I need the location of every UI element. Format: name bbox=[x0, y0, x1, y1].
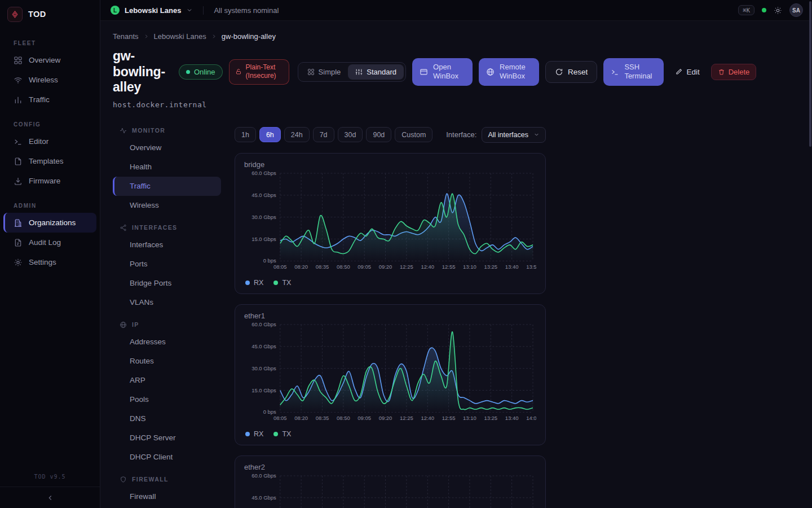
subnav-item-firewall[interactable]: Firewall bbox=[113, 487, 221, 506]
interface-label: Interface: bbox=[446, 130, 476, 139]
chevron-right-icon bbox=[143, 33, 149, 40]
svg-text:12:40: 12:40 bbox=[421, 415, 434, 421]
svg-text:08:50: 08:50 bbox=[337, 415, 350, 421]
subnav-item-dhcp-server[interactable]: DHCP Server bbox=[113, 428, 221, 448]
tenant-switcher[interactable]: Lebowski Lanes bbox=[125, 6, 181, 15]
svg-text:13:10: 13:10 bbox=[463, 415, 476, 421]
reset-button[interactable]: Reset bbox=[545, 61, 597, 83]
subnav-item-dns[interactable]: DNS bbox=[113, 409, 221, 428]
sidebar-item-firmware[interactable]: Firmware bbox=[0, 171, 100, 191]
system-status: All systems nominal bbox=[214, 6, 279, 15]
globe-icon bbox=[486, 68, 495, 76]
trash-icon bbox=[718, 68, 725, 76]
breadcrumb-tenant[interactable]: Lebowski Lanes bbox=[154, 32, 206, 41]
svg-text:0 bps: 0 bps bbox=[263, 409, 276, 415]
subnav-item-overview[interactable]: Overview bbox=[113, 138, 221, 157]
rx-legend-label: RX bbox=[254, 279, 263, 287]
tx-legend-dot-icon bbox=[273, 432, 278, 436]
page-scrollbar[interactable] bbox=[809, 1, 811, 147]
sidebar-section-fleet: FLEET bbox=[14, 40, 100, 46]
subnav-item-label: Firewall bbox=[130, 492, 156, 501]
sidebar-item-editor[interactable]: Editor bbox=[0, 132, 100, 151]
subnav-item-pools[interactable]: Pools bbox=[113, 390, 221, 409]
subnav-item-addresses[interactable]: Addresses bbox=[113, 332, 221, 352]
ssh-terminal-button[interactable]: SSH Terminal bbox=[603, 58, 664, 86]
subnav-item-arp[interactable]: ARP bbox=[113, 371, 221, 390]
svg-text:15.0 Gbps: 15.0 Gbps bbox=[251, 235, 276, 242]
svg-text:12:55: 12:55 bbox=[442, 264, 456, 270]
file-icon bbox=[14, 157, 23, 166]
view-mode-simple[interactable]: Simple bbox=[300, 64, 348, 80]
ssh-terminal-label: SSH Terminal bbox=[624, 63, 656, 82]
subnav-item-routes[interactable]: Routes bbox=[113, 352, 221, 371]
sidebar-item-label: Organizations bbox=[29, 218, 76, 227]
time-range-1h[interactable]: 1h bbox=[235, 127, 256, 142]
svg-text:09:20: 09:20 bbox=[379, 415, 392, 421]
subnav-item-label: Ports bbox=[130, 260, 148, 268]
chart-legend: RX TX bbox=[244, 279, 536, 287]
sidebar-section-config: CONFIG bbox=[14, 121, 100, 128]
open-winbox-button[interactable]: Open WinBox bbox=[412, 58, 473, 86]
time-range-30d[interactable]: 30d bbox=[338, 127, 363, 142]
traffic-chart: 0 bps15.0 Gbps30.0 Gbps45.0 Gbps60.0 Gbp… bbox=[244, 170, 536, 275]
subnav-item-traffic[interactable]: Traffic bbox=[113, 177, 221, 196]
subnav-item-ports[interactable]: Ports bbox=[113, 255, 221, 274]
subnav-item-label: Bridge Ports bbox=[130, 279, 171, 287]
sidebar-item-audit-log[interactable]: Audit Log bbox=[0, 233, 100, 252]
interface-select[interactable]: All interfaces bbox=[482, 127, 546, 143]
health-status-dot bbox=[762, 8, 766, 12]
tx-legend-dot-icon bbox=[273, 281, 278, 285]
interface-select-value: All interfaces bbox=[488, 131, 528, 139]
time-range-24h[interactable]: 24h bbox=[284, 127, 310, 142]
chart-title: ether2 bbox=[244, 463, 536, 471]
sidebar-item-templates[interactable]: Templates bbox=[0, 151, 100, 171]
svg-text:09:20: 09:20 bbox=[379, 264, 392, 270]
chevron-down-icon bbox=[533, 132, 540, 138]
sidebar-item-traffic[interactable]: Traffic bbox=[0, 90, 100, 110]
sidebar-item-wireless[interactable]: Wireless bbox=[0, 70, 100, 90]
chevron-down-icon[interactable] bbox=[186, 7, 193, 14]
svg-text:08:20: 08:20 bbox=[294, 264, 308, 270]
time-range-90d[interactable]: 90d bbox=[366, 127, 391, 142]
subnav-item-label: Pools bbox=[130, 395, 149, 404]
subnav-item-dhcp-client[interactable]: DHCP Client bbox=[113, 448, 221, 467]
subnav-item-label: DHCP Client bbox=[130, 453, 173, 461]
online-dot-icon bbox=[186, 70, 190, 74]
edit-button[interactable]: Edit bbox=[670, 63, 704, 81]
view-mode-standard[interactable]: Standard bbox=[348, 64, 404, 80]
time-range-6h[interactable]: 6h bbox=[259, 127, 281, 142]
svg-text:30.0 Gbps: 30.0 Gbps bbox=[251, 365, 276, 371]
svg-text:45.0 Gbps: 45.0 Gbps bbox=[251, 343, 276, 349]
app-root: TOD FLEET Overview Wireless Traffic CONF… bbox=[0, 0, 812, 508]
svg-text:45.0 Gbps: 45.0 Gbps bbox=[251, 192, 276, 198]
time-range-7d[interactable]: 7d bbox=[313, 127, 334, 142]
sidebar-item-organizations[interactable]: Organizations bbox=[3, 213, 96, 233]
sidebar-item-settings[interactable]: Settings bbox=[0, 252, 100, 272]
theme-toggle-icon[interactable] bbox=[774, 6, 782, 15]
subnav-section-interfaces: INTERFACES bbox=[120, 224, 221, 231]
subnav-item-bridge-ports[interactable]: Bridge Ports bbox=[113, 274, 221, 293]
breadcrumb-tenants[interactable]: Tenants bbox=[113, 32, 139, 41]
user-avatar[interactable]: SA bbox=[789, 3, 803, 17]
app-name: TOD bbox=[28, 10, 46, 19]
subnav-item-interfaces[interactable]: Interfaces bbox=[113, 235, 221, 255]
remote-winbox-label: Remote WinBox bbox=[500, 63, 532, 82]
remote-winbox-button[interactable]: Remote WinBox bbox=[479, 58, 539, 86]
pulse-icon bbox=[120, 127, 127, 134]
subnav-section-firewall: FIREWALL bbox=[120, 476, 221, 483]
subnav-item-vlans[interactable]: VLANs bbox=[113, 293, 221, 312]
reset-label: Reset bbox=[568, 68, 588, 76]
chart-card-ether2: ether2 0 bps15.0 Gbps30.0 Gbps45.0 Gbps6… bbox=[235, 456, 546, 508]
command-palette-shortcut[interactable]: ⌘K bbox=[738, 5, 754, 15]
collapse-sidebar-button[interactable] bbox=[0, 487, 100, 508]
svg-text:12:40: 12:40 bbox=[421, 264, 434, 270]
delete-button[interactable]: Delete bbox=[711, 64, 757, 80]
sidebar-item-overview[interactable]: Overview bbox=[0, 50, 100, 70]
svg-text:12:55: 12:55 bbox=[442, 415, 456, 421]
subnav-item-wireless[interactable]: Wireless bbox=[113, 196, 221, 215]
subnav-item-health[interactable]: Health bbox=[113, 157, 221, 177]
chart-title: bridge bbox=[244, 160, 536, 169]
time-range-custom[interactable]: Custom bbox=[395, 127, 433, 142]
subnav-item-label: DHCP Server bbox=[130, 433, 176, 442]
subnav-section-ip: IP bbox=[120, 321, 221, 329]
